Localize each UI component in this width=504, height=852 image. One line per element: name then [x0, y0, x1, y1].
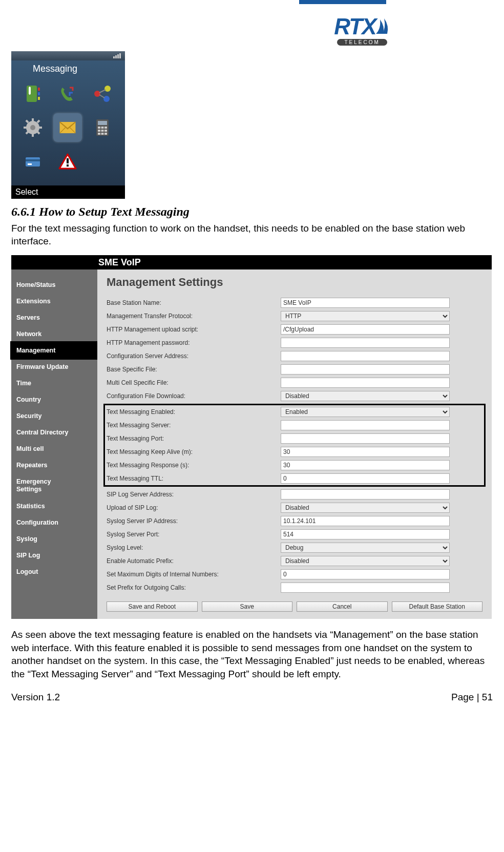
accent-bar	[299, 0, 386, 4]
input-configuration-server-address[interactable]	[281, 351, 450, 361]
field-label: Text Messaging TTL:	[107, 475, 281, 482]
nav-item-emergency-settings[interactable]: EmergencySettings	[11, 473, 97, 498]
field-label: Text Messaging Response (s):	[107, 462, 281, 469]
field-label: HTTP Management upload script:	[107, 326, 281, 333]
svg-rect-2	[38, 92, 40, 95]
phone-statusbar	[11, 51, 125, 60]
button-row: Save and RebootSaveCancelDefault Base St…	[107, 594, 482, 614]
input-text-messaging-response-s[interactable]	[281, 460, 450, 470]
select-syslog-level[interactable]: Debug	[281, 543, 450, 553]
nav-item-extensions[interactable]: Extensions	[11, 293, 97, 309]
input-sip-log-server-address[interactable]	[281, 489, 450, 500]
logo-subtitle: TELECOM	[337, 39, 387, 46]
svg-point-10	[30, 125, 35, 130]
svg-point-5	[104, 86, 111, 92]
nav-item-statistics[interactable]: Statistics	[11, 498, 97, 514]
input-set-maximum-digits-of-internal-numbers[interactable]	[281, 569, 450, 579]
phone-softkey-select: Select	[11, 185, 125, 199]
form-row: Text Messaging Enabled:Enabled	[107, 405, 482, 419]
select-text-messaging-enabled[interactable]: Enabled	[281, 407, 450, 417]
nav-item-logout[interactable]: Logout	[11, 564, 97, 580]
phone-title: Messaging	[11, 60, 125, 76]
input-text-messaging-keep-alive-m[interactable]	[281, 447, 450, 457]
svg-rect-13	[24, 127, 28, 129]
svg-rect-20	[98, 121, 107, 125]
nav-item-central-directory[interactable]: Central Directory	[11, 424, 97, 441]
nav-item-management[interactable]: Management	[11, 342, 97, 359]
alert-icon	[53, 147, 82, 176]
input-text-messaging-port[interactable]	[281, 433, 450, 444]
nav-item-security[interactable]: Security	[11, 408, 97, 424]
nav-item-repeaters[interactable]: Repeaters	[11, 457, 97, 473]
field-label: Multi Cell Specific File:	[107, 379, 281, 386]
nav-item-time[interactable]: Time	[11, 375, 97, 391]
input-http-management-password[interactable]	[281, 338, 450, 348]
save-and-reboot-button[interactable]: Save and Reboot	[107, 601, 198, 612]
nav-item-network[interactable]: Network	[11, 326, 97, 342]
default-base-station-button[interactable]: Default Base Station	[392, 601, 483, 612]
cancel-button[interactable]: Cancel	[297, 601, 388, 612]
field-label: Set Prefix for Outgoing Calls:	[107, 584, 281, 591]
field-label: Text Messaging Server:	[107, 422, 281, 429]
nav-item-syslog[interactable]: Syslog	[11, 531, 97, 547]
field-label: Text Messaging Port:	[107, 435, 281, 442]
input-text-messaging-ttl[interactable]	[281, 473, 450, 484]
save-button[interactable]: Save	[202, 601, 293, 612]
outro-paragraph: As seen above the text messaging feature…	[11, 628, 493, 681]
form-row: Enable Automatic Prefix:Disabled	[107, 554, 482, 568]
page-number: Page | 51	[451, 692, 493, 703]
form-row: Syslog Server IP Address:	[107, 514, 482, 528]
select-management-transfer-protocol[interactable]: HTTP	[281, 311, 450, 321]
version-text: Version 1.2	[11, 692, 60, 703]
form-row: Base Station Name:	[107, 296, 482, 309]
svg-point-6	[103, 96, 110, 102]
calculator-icon	[88, 113, 117, 142]
webui-screenshot: SME VoIP Home/StatusExtensionsServersNet…	[11, 255, 492, 619]
form-row: Management Transfer Protocol:HTTP	[107, 309, 482, 323]
form-row: Upload of SIP Log:Disabled	[107, 501, 482, 514]
logo-text: RTX	[334, 14, 375, 39]
svg-rect-29	[104, 133, 107, 135]
nav-item-multi-cell[interactable]: Multi cell	[11, 441, 97, 457]
input-text-messaging-server[interactable]	[281, 420, 450, 430]
input-set-prefix-for-outgoing-calls[interactable]	[281, 583, 450, 593]
field-label: Enable Automatic Prefix:	[107, 557, 281, 565]
form-row: Text Messaging Keep Alive (m):	[107, 445, 482, 459]
input-multi-cell-specific-file[interactable]	[281, 378, 450, 388]
phone-menu-grid	[11, 76, 125, 179]
webui-main: Management Settings Base Station Name:Ma…	[97, 269, 492, 619]
form-row: Text Messaging Port:	[107, 432, 482, 445]
form-row: Text Messaging TTL:	[107, 472, 482, 485]
svg-rect-14	[38, 127, 42, 129]
nav-item-home-status[interactable]: Home/Status	[11, 277, 97, 293]
nav-item-sip-log[interactable]: SIP Log	[11, 547, 97, 564]
svg-rect-31	[26, 159, 40, 161]
form-row: Configuration Server Address:	[107, 349, 482, 363]
field-label: Base Specific File:	[107, 366, 281, 373]
settings-icon	[18, 113, 47, 142]
field-label: Configuration Server Address:	[107, 352, 281, 360]
input-base-specific-file[interactable]	[281, 364, 450, 375]
select-configuration-file-download[interactable]: Disabled	[281, 391, 450, 401]
form-row: Base Specific File:	[107, 363, 482, 376]
svg-rect-25	[101, 130, 104, 132]
nav-item-servers[interactable]: Servers	[11, 309, 97, 326]
input-http-management-upload-script[interactable]	[281, 324, 450, 335]
field-label: SIP Log Server Address:	[107, 491, 281, 498]
select-upload-of-sip-log[interactable]: Disabled	[281, 503, 450, 513]
nav-item-configuration[interactable]: Configuration	[11, 514, 97, 531]
field-label: Configuration File Download:	[107, 392, 281, 400]
input-syslog-server-port[interactable]	[281, 529, 450, 539]
nav-item-country[interactable]: Country	[11, 391, 97, 408]
input-syslog-server-ip-address[interactable]	[281, 516, 450, 526]
form-row: Set Maximum Digits of Internal Numbers:	[107, 568, 482, 581]
field-label: Text Messaging Keep Alive (m):	[107, 448, 281, 455]
form-row: SIP Log Server Address:	[107, 488, 482, 501]
input-base-station-name[interactable]	[281, 298, 450, 308]
form-row: Syslog Server Port:	[107, 528, 482, 541]
nav-item-firmware-update[interactable]: Firmware Update	[11, 359, 97, 375]
form-row: HTTP Management password:	[107, 336, 482, 349]
svg-rect-28	[101, 133, 104, 135]
field-label: Syslog Server Port:	[107, 531, 281, 538]
select-enable-automatic-prefix[interactable]: Disabled	[281, 556, 450, 566]
